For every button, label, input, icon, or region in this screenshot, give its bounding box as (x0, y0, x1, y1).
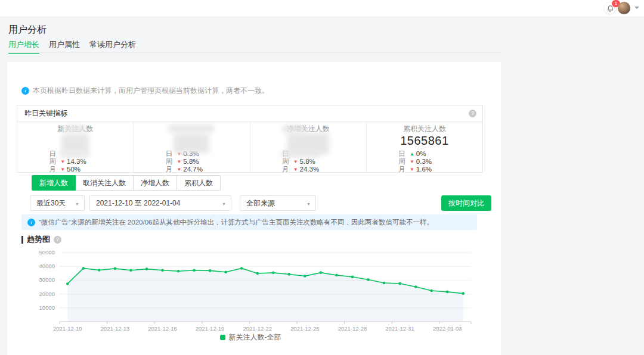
down-arrow-icon (410, 158, 414, 166)
redacted-value (61, 134, 89, 152)
svg-text:10000: 10000 (39, 304, 55, 311)
down-arrow-icon (410, 166, 414, 173)
source-select[interactable]: 全部来源 (240, 195, 316, 211)
metric-month-row: 月50% (49, 166, 101, 173)
tab-user-attributes[interactable]: 用户属性 (49, 39, 80, 52)
svg-text:2021-12-22: 2021-12-22 (243, 325, 272, 332)
redacted-value (174, 133, 209, 153)
up-arrow-icon (410, 150, 414, 158)
yesterday-key-metrics-panel: 昨日关键指标 ? 新关注人数 日 周14.3% 月50% (17, 105, 483, 173)
metric-label: 净增关注人数 (250, 124, 366, 133)
filter-bar: 最近30天 2021-12-10 至 2022-01-04 全部来源 按时间对比 (7, 195, 501, 211)
help-icon[interactable]: ? (469, 110, 476, 117)
help-icon[interactable]: ? (54, 236, 61, 244)
ad-source-notice: i “微信广告”来源的新增关注在 2020/06起从其他中拆分输出，计算方式与广… (21, 214, 477, 230)
trend-chart-container: 10000200003000040000500002021-12-102021-… (17, 244, 484, 334)
redacted-label (169, 124, 214, 132)
metric-type-segmented-control: 新增人数 取消关注人数 净增人数 累积人数 (32, 175, 221, 191)
notice-text: 本页根据昨日数据来计算，而用户管理页根据当前数据计算，两者不一致。 (33, 86, 269, 96)
time-range-select[interactable]: 最近30天 (30, 195, 85, 211)
topbar: 1 (0, 0, 644, 17)
tab-bar: 用户增长 用户属性 常读用户分析 (8, 39, 136, 54)
panel-body: 新关注人数 日 周14.3% 月50% 日0.3% (17, 122, 482, 173)
metric-month-row: 月24.7% (165, 166, 218, 173)
page-title: 用户分析 (8, 24, 47, 36)
redacted-day-row (60, 151, 89, 157)
chevron-down-icon[interactable] (634, 7, 639, 9)
panel-title: 昨日关键指标 (24, 109, 67, 117)
redacted-label (64, 125, 86, 132)
tab-regular-reader-analysis[interactable]: 常读用户分析 (89, 39, 136, 52)
segment-net-growth[interactable]: 净增人数 (133, 175, 177, 191)
metric-month-row: 月1.6% (398, 166, 451, 173)
info-icon: i (27, 219, 35, 226)
content-card: i 本页根据昨日数据来计算，而用户管理页根据当前数据计算，两者不一致。 昨日关键… (7, 62, 501, 355)
down-arrow-icon (177, 166, 181, 173)
svg-text:40000: 40000 (39, 263, 55, 269)
legend-label: 新关注人数-全部 (229, 332, 281, 342)
compare-by-time-button[interactable]: 按时间对比 (441, 195, 491, 211)
down-arrow-icon (60, 166, 65, 173)
svg-text:2021-12-31: 2021-12-31 (385, 325, 414, 332)
segment-cumulative[interactable]: 累积人数 (177, 175, 221, 191)
down-arrow-icon (60, 158, 65, 166)
redacted-day-row (281, 151, 320, 157)
metric-new-followers: 新关注人数 日 周14.3% 月50% (17, 122, 133, 173)
trend-section-header: 趋势图 ? (21, 234, 61, 245)
segment-new-followers[interactable]: 新增人数 (32, 175, 76, 191)
notification-bell-button[interactable]: 1 (603, 2, 617, 15)
panel-header: 昨日关键指标 ? (17, 105, 482, 122)
screen: 1 用户分析 用户增长 用户属性 常读用户分析 i 本页根据昨日数据来计算，而用… (0, 0, 644, 355)
trend-title: 趋势图 (27, 234, 50, 245)
ad-notice-text: “微信广告”来源的新增关注在 2020/06起从其他中拆分输出，计算方式与广告主… (39, 218, 434, 227)
metric-total-followers: 累积关注人数 1565861 日0% 周0.3% 月1.6% (366, 122, 482, 173)
metric-unfollowed: 日0.3% 周5.8% 月24.7% (133, 122, 249, 173)
svg-text:2021-12-25: 2021-12-25 (290, 325, 320, 332)
metric-net-followers: 净增关注人数 日 周5.8% 月24.3% (250, 122, 366, 173)
svg-text:2022-01-03: 2022-01-03 (433, 325, 462, 332)
metric-week-row: 周5.8% (282, 158, 335, 166)
data-calculation-notice: i 本页根据昨日数据来计算，而用户管理页根据当前数据计算，两者不一致。 (21, 86, 269, 96)
tabs-divider (8, 52, 500, 53)
segment-unfollowed[interactable]: 取消关注人数 (75, 175, 134, 191)
svg-text:30000: 30000 (39, 276, 55, 283)
svg-text:2021-12-13: 2021-12-13 (101, 325, 130, 332)
svg-text:20000: 20000 (39, 291, 55, 297)
down-arrow-icon (177, 158, 181, 166)
metric-week-row: 周14.3% (49, 158, 101, 166)
metric-month-row: 月24.3% (282, 166, 335, 173)
metric-value: 1565861 (367, 133, 482, 148)
avatar[interactable] (618, 2, 630, 14)
svg-text:2021-12-19: 2021-12-19 (196, 325, 225, 332)
down-arrow-icon (293, 166, 298, 173)
date-range-select[interactable]: 2021-12-10 至 2022-01-04 (89, 195, 231, 211)
metric-label: 累积关注人数 (367, 124, 482, 133)
svg-text:50000: 50000 (39, 249, 55, 256)
metric-day-row: 日0% (398, 150, 451, 158)
metric-week-row: 周5.8% (165, 158, 218, 166)
svg-text:2021-12-16: 2021-12-16 (148, 325, 177, 332)
metric-week-row: 周0.3% (398, 158, 451, 166)
chart-legend[interactable]: 新关注人数-全部 (17, 332, 484, 342)
info-icon: i (21, 87, 29, 95)
trend-line-chart: 10000200003000040000500002021-12-102021-… (17, 244, 484, 334)
svg-text:2021-12-28: 2021-12-28 (338, 325, 367, 332)
redacted-label (282, 125, 305, 132)
tab-user-growth[interactable]: 用户增长 (8, 39, 39, 54)
down-arrow-icon (293, 158, 298, 166)
svg-text:2021-12-10: 2021-12-10 (53, 325, 82, 332)
section-marker (21, 236, 23, 244)
legend-marker-icon (220, 335, 225, 340)
